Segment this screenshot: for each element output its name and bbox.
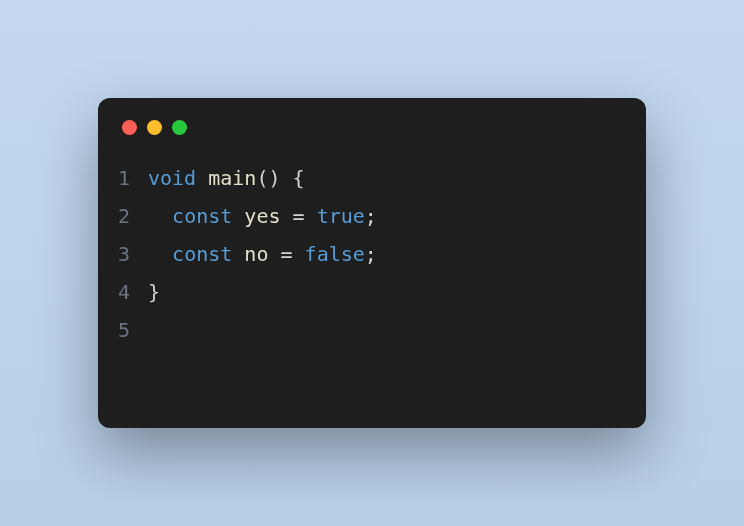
punct-token: = bbox=[293, 204, 305, 228]
punct-token: = bbox=[281, 242, 293, 266]
line-number: 5 bbox=[118, 311, 148, 349]
identifier-token: main bbox=[208, 166, 256, 190]
code-content: void main() { bbox=[148, 159, 305, 197]
punct-token: { bbox=[293, 166, 305, 190]
punct-token: ; bbox=[365, 204, 377, 228]
literal-token: true bbox=[317, 204, 365, 228]
line-number: 3 bbox=[118, 235, 148, 273]
identifier-token: no bbox=[244, 242, 268, 266]
code-editor-window: 1 void main() { 2 const yes = true; 3 co… bbox=[98, 98, 646, 428]
code-line: 2 const yes = true; bbox=[118, 197, 622, 235]
minimize-icon[interactable] bbox=[147, 120, 162, 135]
identifier-token: yes bbox=[244, 204, 280, 228]
literal-token: false bbox=[305, 242, 365, 266]
code-area[interactable]: 1 void main() { 2 const yes = true; 3 co… bbox=[98, 145, 646, 369]
close-icon[interactable] bbox=[122, 120, 137, 135]
code-content: const no = false; bbox=[148, 235, 377, 273]
line-number: 1 bbox=[118, 159, 148, 197]
line-number: 2 bbox=[118, 197, 148, 235]
zoom-icon[interactable] bbox=[172, 120, 187, 135]
code-line: 4 } bbox=[118, 273, 622, 311]
code-line: 3 const no = false; bbox=[118, 235, 622, 273]
window-titlebar bbox=[98, 98, 646, 145]
code-line: 5 bbox=[118, 311, 622, 349]
keyword-token: void bbox=[148, 166, 196, 190]
punct-token: ; bbox=[365, 242, 377, 266]
line-number: 4 bbox=[118, 273, 148, 311]
code-content: const yes = true; bbox=[148, 197, 377, 235]
punct-token: () bbox=[256, 166, 280, 190]
keyword-token: const bbox=[172, 204, 232, 228]
punct-token: } bbox=[148, 280, 160, 304]
code-line: 1 void main() { bbox=[118, 159, 622, 197]
keyword-token: const bbox=[172, 242, 232, 266]
code-content: } bbox=[148, 273, 160, 311]
